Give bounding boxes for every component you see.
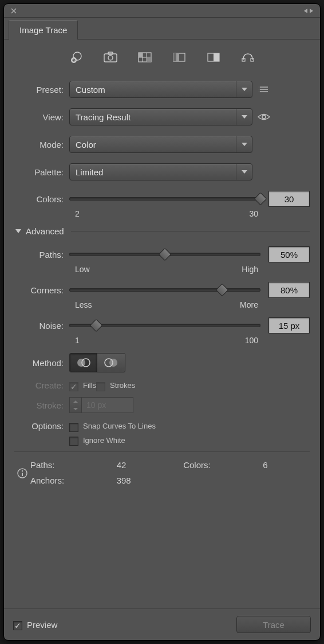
svg-rect-13 xyxy=(173,53,176,61)
noise-max: 100 xyxy=(245,336,258,345)
ignore-white-checkbox[interactable] xyxy=(69,437,78,446)
mode-label: Mode: xyxy=(14,140,69,150)
strokes-label: Strokes xyxy=(110,381,135,390)
colors-max: 30 xyxy=(249,209,258,218)
paths-input[interactable]: 50% xyxy=(268,246,310,262)
mode-select[interactable]: Color xyxy=(69,136,252,153)
svg-point-22 xyxy=(259,89,259,90)
corners-label: Corners: xyxy=(14,285,69,295)
stats-block: Paths: 42 Colors: 6 Anchors: 398 xyxy=(14,451,310,492)
colors-min: 2 xyxy=(75,209,80,218)
colors-label: Colors: xyxy=(14,194,69,204)
preset-menu-icon[interactable] xyxy=(252,85,275,93)
slider-thumb[interactable] xyxy=(159,248,172,261)
flyout-menu-icon[interactable] xyxy=(303,7,314,15)
snap-curves-checkbox[interactable] xyxy=(69,423,78,432)
chevron-down-icon xyxy=(236,109,252,125)
preset-icon-row xyxy=(4,40,320,76)
preset-value: Custom xyxy=(76,85,105,95)
fills-checkbox xyxy=(69,382,78,391)
preset-photo-icon[interactable] xyxy=(102,50,119,65)
trace-button: Trace xyxy=(236,616,311,633)
svg-point-27 xyxy=(109,359,117,367)
palette-value: Limited xyxy=(76,167,103,177)
stats-paths-label: Paths: xyxy=(30,460,106,470)
preview-toggle[interactable]: Preview xyxy=(13,620,57,630)
svg-point-25 xyxy=(77,359,85,367)
chevron-down-icon xyxy=(236,164,252,180)
svg-rect-10 xyxy=(147,57,151,62)
stats-colors-label: Colors: xyxy=(183,460,252,470)
svg-point-21 xyxy=(259,87,259,88)
strokes-checkbox xyxy=(96,382,105,391)
panel-content: Preset: Custom View: Tracing Result Mode… xyxy=(4,76,320,608)
paths-slider[interactable] xyxy=(69,249,260,260)
svg-rect-3 xyxy=(108,52,113,54)
noise-input[interactable]: 15 px xyxy=(268,317,310,333)
slider-thumb[interactable] xyxy=(254,193,267,206)
corners-low: Less xyxy=(75,300,92,309)
tab-bar: Image Trace xyxy=(4,18,320,40)
stats-paths-value: 42 xyxy=(117,460,173,470)
colors-slider[interactable] xyxy=(69,193,260,205)
svg-rect-31 xyxy=(22,473,23,476)
preset-grays-icon[interactable] xyxy=(171,50,188,65)
ignore-white-label: Ignore White xyxy=(83,436,125,445)
svg-point-30 xyxy=(22,470,23,472)
tab-image-trace[interactable]: Image Trace xyxy=(9,20,78,40)
stroke-label: Stroke: xyxy=(14,400,69,410)
slider-thumb[interactable] xyxy=(216,284,229,297)
panel-titlebar xyxy=(4,4,320,18)
corners-slider[interactable] xyxy=(69,284,260,296)
stats-anchors-value: 398 xyxy=(117,476,173,485)
corners-input[interactable]: 80% xyxy=(268,282,310,298)
svg-rect-2 xyxy=(104,54,117,62)
rule xyxy=(71,231,310,231)
noise-slider[interactable] xyxy=(69,320,260,331)
preset-auto-icon[interactable] xyxy=(68,50,85,65)
svg-rect-15 xyxy=(214,53,219,61)
view-select[interactable]: Tracing Result xyxy=(69,108,252,125)
image-trace-panel: Image Trace Preset: Custom xyxy=(3,3,321,641)
preview-label: Preview xyxy=(27,620,57,630)
slider-thumb[interactable] xyxy=(89,319,102,332)
fills-label: Fills xyxy=(83,381,96,390)
stats-anchors-label: Anchors: xyxy=(30,476,106,485)
preset-label: Preset: xyxy=(14,85,69,95)
panel-footer: Preview Trace xyxy=(4,608,320,640)
method-overlapping-button[interactable] xyxy=(97,354,125,372)
close-icon[interactable] xyxy=(10,7,18,15)
snap-curves-label: Snap Curves To Lines xyxy=(83,422,156,430)
corners-high: More xyxy=(240,300,258,309)
stroke-value: 10 px xyxy=(82,397,133,413)
stats-colors-value: 6 xyxy=(263,460,310,470)
advanced-section-toggle[interactable]: Advanced xyxy=(14,226,310,236)
noise-min: 1 xyxy=(75,336,80,345)
info-icon xyxy=(14,460,30,485)
preview-checkbox[interactable] xyxy=(13,621,22,630)
chevron-down-icon xyxy=(236,136,252,152)
paths-high: High xyxy=(242,265,258,274)
palette-select[interactable]: Limited xyxy=(69,163,252,180)
view-value: Tracing Result xyxy=(76,112,131,122)
noise-label: Noise: xyxy=(14,321,69,331)
colors-input[interactable]: 30 xyxy=(268,191,310,207)
chevron-down-icon xyxy=(236,81,252,97)
paths-low: Low xyxy=(75,265,90,274)
preset-colors-icon[interactable] xyxy=(136,50,153,65)
method-label: Method: xyxy=(14,358,69,368)
advanced-label: Advanced xyxy=(26,226,64,236)
options-label: Options: xyxy=(14,421,69,431)
paths-label: Paths: xyxy=(14,250,69,260)
view-eye-icon[interactable] xyxy=(252,113,275,121)
svg-point-24 xyxy=(262,115,266,119)
mode-value: Color xyxy=(76,140,96,150)
disclosure-triangle-icon xyxy=(15,229,21,233)
preset-select[interactable]: Custom xyxy=(69,81,252,98)
method-abutting-button[interactable] xyxy=(70,354,97,372)
preset-outline-icon[interactable] xyxy=(239,50,256,65)
palette-label: Palette: xyxy=(14,167,69,177)
preset-bw-icon[interactable] xyxy=(205,50,222,65)
method-buttons xyxy=(69,353,125,372)
svg-point-4 xyxy=(108,56,113,60)
